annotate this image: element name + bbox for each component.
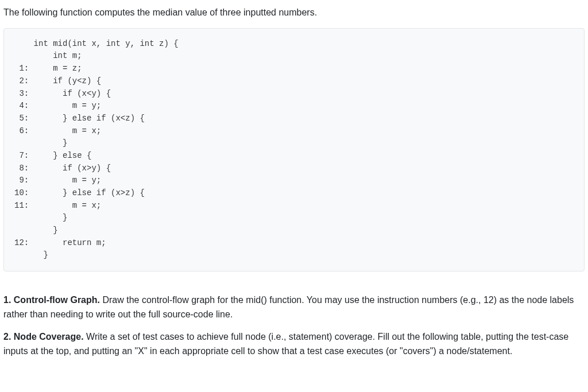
question-1: 1. Control-flow Graph. Draw the control-… <box>3 293 585 322</box>
q2-body: Write a set of test cases to achieve ful… <box>3 332 568 356</box>
q2-number: 2. <box>3 332 11 341</box>
q1-title: Control-flow Graph. <box>14 295 100 305</box>
q2-title: Node Coverage. <box>14 332 84 341</box>
code-block: int mid(int x, int y, int z) { int m; 1:… <box>3 28 585 271</box>
intro-text: The following function computes the medi… <box>3 6 585 20</box>
q1-number: 1. <box>3 295 11 305</box>
code-pre: int mid(int x, int y, int z) { int m; 1:… <box>14 38 574 262</box>
question-2: 2. Node Coverage. Write a set of test ca… <box>3 330 585 359</box>
